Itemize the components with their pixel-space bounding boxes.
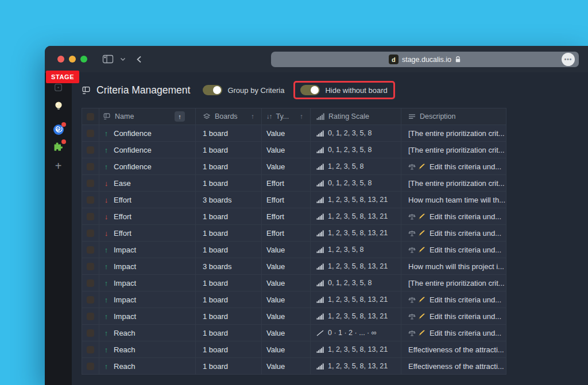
chevron-down-icon[interactable]	[119, 56, 126, 63]
boards-cell[interactable]: 1 board	[196, 308, 262, 324]
rating-scale-cell[interactable]: 1, 2, 3, 5, 8, 13, 21	[311, 291, 401, 308]
rating-scale-cell[interactable]: 1, 2, 3, 5, 8, 13, 21	[311, 308, 401, 324]
criteria-name-cell[interactable]: ↑ ↓ Ease	[99, 175, 196, 191]
criteria-name-cell[interactable]: ↑ ↓ Impact	[99, 308, 196, 324]
boards-cell[interactable]: 1 board	[196, 158, 262, 174]
type-cell[interactable]: Value	[262, 258, 311, 274]
row-checkbox[interactable]	[87, 313, 94, 320]
boards-cell[interactable]: 3 boards	[196, 192, 262, 208]
rating-scale-cell[interactable]: 1, 2, 3, 5, 8, 13, 21	[311, 358, 401, 374]
description-cell[interactable]: How much team time will th...	[401, 192, 506, 208]
more-options-button[interactable]: •••	[562, 53, 575, 66]
column-header-boards[interactable]: Boards ↑	[196, 108, 262, 125]
description-cell[interactable]: Edit this criteria und...	[401, 208, 506, 224]
row-checkbox-cell[interactable]	[82, 308, 99, 324]
sort-arrow-icon[interactable]: ↑	[300, 113, 303, 120]
boards-cell[interactable]: 1 board	[196, 142, 262, 158]
table-row[interactable]: ↑ ↓ Effort 1 board Effort 1, 2, 3, 5, 8,…	[82, 208, 506, 225]
description-cell[interactable]: Effectiveness of the attracti...	[401, 341, 506, 357]
table-row[interactable]: ↑ ↓ Impact 1 board Value 1, 2, 3, 5, 8, …	[82, 291, 506, 308]
row-checkbox[interactable]	[87, 230, 94, 237]
boards-cell[interactable]: 1 board	[196, 208, 262, 224]
rating-scale-cell[interactable]: 0, 1, 2, 3, 5, 8	[311, 175, 401, 191]
type-cell[interactable]: Value	[262, 275, 311, 291]
traffic-light-minimize-button[interactable]	[69, 56, 76, 63]
row-checkbox-cell[interactable]	[82, 175, 99, 191]
rating-scale-cell[interactable]: 1, 2, 3, 5, 8	[311, 158, 401, 174]
row-checkbox[interactable]	[87, 163, 94, 170]
toggle-track[interactable]	[203, 85, 222, 95]
table-row[interactable]: ↑ ↓ Impact 1 board Value 0, 1, 2, 3, 5, …	[82, 275, 506, 291]
criteria-name-cell[interactable]: ↑ ↓ Impact	[99, 291, 196, 308]
puzzle-icon[interactable]	[45, 141, 72, 153]
rating-scale-cell[interactable]: 1, 2, 3, 5, 8, 13, 21	[311, 225, 401, 241]
row-checkbox[interactable]	[87, 329, 94, 337]
type-cell[interactable]: Value	[262, 341, 311, 357]
type-cell[interactable]: Value	[262, 142, 311, 158]
row-checkbox-cell[interactable]	[82, 325, 99, 341]
criteria-name-cell[interactable]: ↑ ↓ Impact	[99, 258, 196, 274]
traffic-light-close-button[interactable]	[57, 56, 64, 63]
type-cell[interactable]: Value	[262, 358, 311, 374]
type-cell[interactable]: Value	[262, 325, 311, 341]
row-checkbox-cell[interactable]	[82, 358, 99, 374]
column-header-name[interactable]: Name ↑	[99, 108, 196, 125]
type-cell[interactable]: Value	[262, 308, 311, 324]
description-cell[interactable]: How much will this project i...	[401, 258, 506, 274]
sort-arrow-icon[interactable]: ↑	[251, 113, 254, 120]
workspace-app-icon[interactable]	[45, 83, 72, 92]
sort-ascending-button[interactable]: ↑	[175, 111, 185, 122]
table-row[interactable]: ↑ ↓ Impact 1 board Value 1, 2, 3, 5, 8	[82, 242, 506, 258]
row-checkbox[interactable]	[87, 196, 94, 204]
rating-scale-cell[interactable]: 0 · 1 · 2 · ... · ∞	[311, 325, 401, 341]
criteria-name-cell[interactable]: ↑ ↓ Effort	[99, 225, 196, 241]
back-button[interactable]	[136, 55, 144, 64]
type-cell[interactable]: Effort	[262, 175, 311, 191]
description-cell[interactable]: Edit this criteria und...	[401, 291, 506, 308]
lightbulb-icon[interactable]	[45, 101, 72, 112]
boards-cell[interactable]: 1 board	[196, 242, 262, 258]
row-checkbox-cell[interactable]	[82, 225, 99, 241]
boards-cell[interactable]: 1 board	[196, 358, 262, 374]
cyclone-icon[interactable]	[45, 124, 72, 135]
add-button[interactable]: +	[45, 160, 72, 173]
row-checkbox[interactable]	[87, 263, 94, 270]
boards-cell[interactable]: 1 board	[196, 325, 262, 341]
group-by-criteria-toggle[interactable]: Group by Criteria	[203, 85, 284, 95]
rating-scale-cell[interactable]: 0, 1, 2, 3, 5, 8	[311, 142, 401, 158]
rating-scale-cell[interactable]: 1, 2, 3, 5, 8, 13, 21	[311, 192, 401, 208]
row-checkbox[interactable]	[87, 279, 94, 287]
criteria-name-cell[interactable]: ↑ ↓ Effort	[99, 192, 196, 208]
column-header-type[interactable]: ↓↑ Ty... ↑	[262, 108, 311, 125]
type-cell[interactable]: Value	[262, 158, 311, 174]
row-checkbox[interactable]	[87, 213, 94, 220]
table-row[interactable]: ↑ ↓ Confidence 1 board Value 0, 1, 2, 3,…	[82, 125, 506, 142]
criteria-name-cell[interactable]: ↑ ↓ Impact	[99, 275, 196, 291]
boards-cell[interactable]: 1 board	[196, 275, 262, 291]
description-cell[interactable]: Edit this criteria und...	[401, 242, 506, 258]
row-checkbox-cell[interactable]	[82, 125, 99, 141]
criteria-name-cell[interactable]: ↑ ↓ Reach	[99, 341, 196, 357]
table-row[interactable]: ↑ ↓ Confidence 1 board Value 0, 1, 2, 3,…	[82, 142, 506, 158]
rating-scale-cell[interactable]: 1, 2, 3, 5, 8	[311, 242, 401, 258]
row-checkbox[interactable]	[87, 363, 94, 370]
address-bar[interactable]: d stage.ducalis.io •••	[271, 52, 579, 67]
criteria-name-cell[interactable]: ↑ ↓ Confidence	[99, 125, 196, 141]
table-row[interactable]: ↑ ↓ Effort 3 boards Effort 1, 2, 3, 5, 8…	[82, 192, 506, 208]
boards-cell[interactable]: 1 board	[196, 291, 262, 308]
table-row[interactable]: ↑ ↓ Reach 1 board Value 1, 2, 3, 5, 8, 1…	[82, 341, 506, 358]
table-row[interactable]: ↑ ↓ Reach 1 board Value 0 · 1 · 2 · ... …	[82, 325, 506, 341]
toggle-track[interactable]	[300, 85, 320, 95]
column-header-description[interactable]: Description	[401, 108, 506, 125]
table-row[interactable]: ↑ ↓ Effort 1 board Effort 1, 2, 3, 5, 8,…	[82, 225, 506, 242]
row-checkbox-cell[interactable]	[82, 242, 99, 258]
type-cell[interactable]: Effort	[262, 192, 311, 208]
description-cell[interactable]: Edit this criteria und...	[401, 325, 506, 341]
description-cell[interactable]: Edit this criteria und...	[401, 225, 506, 241]
row-checkbox[interactable]	[87, 146, 94, 154]
rating-scale-cell[interactable]: 1, 2, 3, 5, 8, 13, 21	[311, 341, 401, 357]
row-checkbox-cell[interactable]	[82, 291, 99, 308]
criteria-name-cell[interactable]: ↑ ↓ Effort	[99, 208, 196, 224]
header-checkbox-cell[interactable]	[82, 108, 99, 125]
table-row[interactable]: ↑ ↓ Confidence 1 board Value 1, 2, 3, 5,…	[82, 158, 506, 175]
